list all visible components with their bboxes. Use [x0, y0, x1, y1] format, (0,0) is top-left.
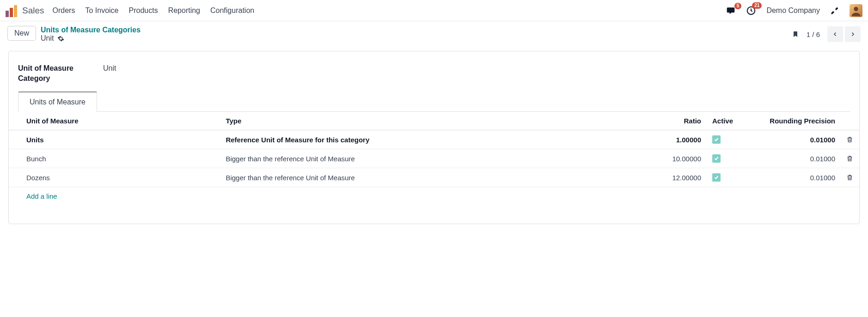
delete-row-button[interactable]: [841, 168, 859, 187]
trash-icon: [846, 155, 854, 162]
bookmark-icon[interactable]: [792, 30, 799, 39]
cell-active[interactable]: [707, 130, 748, 149]
delete-row-button[interactable]: [841, 130, 859, 149]
cell-ratio[interactable]: 10.00000: [656, 149, 707, 168]
table-row[interactable]: BunchBigger than the reference Unit of M…: [9, 149, 859, 168]
cell-rounding[interactable]: 0.01000: [748, 149, 841, 168]
debug-button[interactable]: [830, 6, 839, 15]
nav-menu-reporting[interactable]: Reporting: [168, 6, 200, 15]
nav-menu-configuration[interactable]: Configuration: [210, 6, 254, 15]
col-header-uom[interactable]: Unit of Measure: [9, 112, 220, 130]
control-panel: New Units of Measure Categories Unit 1 /…: [0, 21, 868, 51]
cp-right: 1 / 6: [792, 26, 861, 42]
uom-table-body: UnitsReference Unit of Measure for this …: [9, 130, 859, 206]
add-line-button[interactable]: Add a line: [26, 192, 57, 200]
cell-type[interactable]: Bigger than the reference Unit of Measur…: [220, 149, 656, 168]
sheet-wrap: Unit of Measure Category Unit Units of M…: [0, 51, 868, 224]
col-header-ratio[interactable]: Ratio: [656, 112, 707, 130]
gear-icon[interactable]: [57, 35, 64, 42]
navbar: Sales Orders To Invoice Products Reporti…: [0, 0, 868, 21]
category-value[interactable]: Unit: [103, 63, 116, 73]
app-logo-icon[interactable]: [6, 4, 18, 17]
trash-icon: [846, 174, 854, 181]
nav-menu-products[interactable]: Products: [128, 6, 158, 15]
uom-table: Unit of Measure Type Ratio Active Roundi…: [9, 112, 859, 205]
cell-uom[interactable]: Units: [9, 130, 220, 149]
tools-icon: [830, 6, 839, 15]
app-name[interactable]: Sales: [22, 6, 44, 16]
activities-badge: 21: [752, 2, 762, 9]
tabs: Units of Measure: [18, 91, 850, 112]
cell-type[interactable]: Reference Unit of Measure for this categ…: [220, 130, 656, 149]
table-row[interactable]: UnitsReference Unit of Measure for this …: [9, 130, 859, 149]
breadcrumb: Units of Measure Categories Unit: [41, 26, 141, 43]
cell-uom[interactable]: Dozens: [9, 168, 220, 187]
trash-icon: [846, 136, 854, 143]
cell-type[interactable]: Bigger than the reference Unit of Measur…: [220, 168, 656, 187]
cell-uom[interactable]: Bunch: [9, 149, 220, 168]
form-sheet: Unit of Measure Category Unit Units of M…: [8, 51, 860, 224]
cell-rounding[interactable]: 0.01000: [748, 130, 841, 149]
col-header-rounding[interactable]: Rounding Precision: [748, 112, 841, 130]
chevron-left-icon: [832, 30, 838, 38]
company-selector[interactable]: Demo Company: [766, 6, 820, 15]
breadcrumb-current: Unit: [41, 34, 54, 43]
pager-prev-button[interactable]: [827, 26, 843, 42]
pager-next-button[interactable]: [845, 26, 861, 42]
cell-active[interactable]: [707, 168, 748, 187]
activities-button[interactable]: 21: [746, 6, 756, 16]
cell-ratio[interactable]: 12.00000: [656, 168, 707, 187]
avatar-icon: [850, 4, 862, 17]
messages-button[interactable]: 5: [726, 6, 736, 15]
nav-left: Sales Orders To Invoice Products Reporti…: [6, 4, 254, 17]
pager-text[interactable]: 1 / 6: [807, 30, 820, 38]
chevron-right-icon: [850, 30, 856, 38]
col-header-type[interactable]: Type: [220, 112, 656, 130]
breadcrumb-parent[interactable]: Units of Measure Categories: [41, 26, 141, 34]
nav-right: 5 21 Demo Company: [726, 4, 862, 17]
nav-menu-orders[interactable]: Orders: [53, 6, 75, 15]
cp-left: New Units of Measure Categories Unit: [7, 26, 141, 43]
delete-row-button[interactable]: [841, 149, 859, 168]
svg-point-1: [854, 6, 858, 11]
nav-menu: Orders To Invoice Products Reporting Con…: [53, 6, 255, 15]
check-icon[interactable]: [712, 154, 721, 163]
table-header-row: Unit of Measure Type Ratio Active Roundi…: [9, 112, 859, 130]
cell-active[interactable]: [707, 149, 748, 168]
check-icon[interactable]: [712, 173, 721, 182]
col-header-actions: [841, 112, 859, 130]
avatar[interactable]: [850, 4, 862, 17]
tab-units-of-measure[interactable]: Units of Measure: [18, 91, 97, 112]
category-label: Unit of Measure Category: [18, 63, 92, 83]
nav-menu-to-invoice[interactable]: To Invoice: [85, 6, 118, 15]
col-header-active[interactable]: Active: [707, 112, 748, 130]
category-field: Unit of Measure Category Unit: [18, 63, 850, 83]
table-row[interactable]: DozensBigger than the reference Unit of …: [9, 168, 859, 187]
cell-rounding[interactable]: 0.01000: [748, 168, 841, 187]
messages-badge: 5: [734, 3, 742, 9]
check-icon[interactable]: [712, 135, 721, 144]
cell-ratio[interactable]: 1.00000: [656, 130, 707, 149]
new-button[interactable]: New: [7, 26, 36, 41]
